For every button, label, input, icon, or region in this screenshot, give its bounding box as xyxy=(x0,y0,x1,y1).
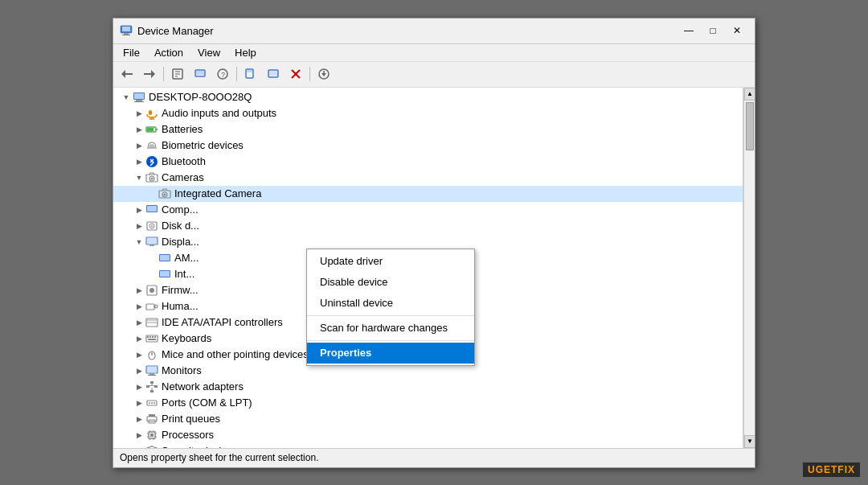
display-icon xyxy=(145,236,158,249)
svg-rect-68 xyxy=(154,336,156,338)
svg-rect-93 xyxy=(150,434,154,437)
tree-item-network[interactable]: ▶ Network adapters xyxy=(113,379,743,395)
close-button[interactable]: ✕ xyxy=(726,22,748,39)
tree-item-security[interactable]: ▶ Security devices xyxy=(113,443,743,448)
computer-button[interactable] xyxy=(190,64,211,84)
am-expander: ▶ xyxy=(145,252,158,265)
svg-point-57 xyxy=(149,288,154,293)
window-title: Device Manager xyxy=(137,25,214,37)
tree-panel[interactable]: ▼ DESKTOP-8OOO28Q ▶ xyxy=(113,88,743,448)
svg-rect-66 xyxy=(149,336,151,338)
root-expander[interactable]: ▼ xyxy=(120,91,133,104)
svg-marker-6 xyxy=(151,70,155,78)
security-icon xyxy=(145,445,158,448)
tree-root[interactable]: ▼ DESKTOP-8OOO28Q xyxy=(113,89,743,105)
context-update-driver[interactable]: Update driver xyxy=(307,251,474,272)
delete-button[interactable] xyxy=(285,64,306,84)
cameras-expander[interactable]: ▼ xyxy=(133,171,145,184)
title-bar-controls: — □ ✕ xyxy=(678,22,748,39)
svg-rect-63 xyxy=(147,322,157,323)
print-expander[interactable]: ▶ xyxy=(133,413,145,425)
tree-item-ports[interactable]: ▶ Ports (COM & LPT) xyxy=(113,395,743,411)
menu-view[interactable]: View xyxy=(191,45,227,60)
download-button[interactable] xyxy=(313,64,334,84)
context-uninstall-device[interactable]: Uninstall device xyxy=(307,293,474,314)
human-expander[interactable]: ▶ xyxy=(133,300,145,313)
forward-button[interactable] xyxy=(139,64,160,84)
scrollbar[interactable]: ▲ ▼ xyxy=(743,88,755,448)
network-icon xyxy=(145,380,158,393)
context-scan-hardware[interactable]: Scan for hardware changes xyxy=(307,318,474,339)
security-expander[interactable]: ▶ xyxy=(133,445,145,448)
svg-rect-53 xyxy=(160,255,170,261)
batteries-label: Batteries xyxy=(162,123,203,135)
processors-expander[interactable]: ▶ xyxy=(133,429,145,442)
mice-expander[interactable]: ▶ xyxy=(133,348,145,361)
properties-button[interactable] xyxy=(167,64,188,84)
scroll-up-button[interactable]: ▲ xyxy=(744,88,755,101)
monitors-expander[interactable]: ▶ xyxy=(133,364,145,377)
display-expander[interactable]: ▼ xyxy=(133,236,145,249)
toolbar-sep-3 xyxy=(309,67,310,81)
svg-rect-91 xyxy=(149,414,155,417)
tree-item-disk[interactable]: ▶ Disk d... xyxy=(113,218,743,234)
menu-action[interactable]: Action xyxy=(148,45,190,60)
watermark-prefix: UGE xyxy=(808,464,831,475)
comp-icon xyxy=(145,203,158,216)
svg-rect-1 xyxy=(122,27,130,31)
svg-rect-77 xyxy=(150,381,154,384)
menu-file[interactable]: File xyxy=(117,45,146,60)
tree-item-comp[interactable]: ▶ Comp... xyxy=(113,202,743,218)
scroll-track[interactable] xyxy=(744,101,755,435)
bluetooth-expander[interactable]: ▶ xyxy=(133,155,145,168)
context-disable-device[interactable]: Disable device xyxy=(307,272,474,293)
menu-help[interactable]: Help xyxy=(228,45,263,60)
context-properties[interactable]: Properties xyxy=(307,343,474,364)
batteries-expander[interactable]: ▶ xyxy=(133,123,145,136)
tree-item-bluetooth[interactable]: ▶ Bluetooth xyxy=(113,154,743,170)
help-button[interactable]: ? xyxy=(212,64,233,84)
ide-label: IDE ATA/ATAPI controllers xyxy=(162,316,283,328)
biometric-expander[interactable]: ▶ xyxy=(133,139,145,152)
tree-item-display[interactable]: ▼ Displa... xyxy=(113,234,743,250)
watermark-suffix: FIX xyxy=(837,464,855,475)
watermark: UGETFIX xyxy=(803,462,860,477)
tree-item-biometric[interactable]: ▶ Biometric devices xyxy=(113,138,743,154)
keyboards-label: Keyboards xyxy=(162,332,211,344)
svg-rect-58 xyxy=(146,304,154,310)
tree-item-integrated-camera[interactable]: ▶ Integrated Camera xyxy=(113,186,743,202)
scan-button[interactable] xyxy=(240,64,261,84)
comp-expander[interactable]: ▶ xyxy=(133,203,145,216)
status-text: Opens property sheet for the current sel… xyxy=(120,452,318,463)
tree-item-print[interactable]: ▶ Print queues xyxy=(113,411,743,427)
svg-marker-4 xyxy=(121,70,125,78)
audio-expander[interactable]: ▶ xyxy=(133,107,145,120)
tree-item-processors[interactable]: ▶ Processors xyxy=(113,427,743,443)
network-label: Network adapters xyxy=(162,380,244,393)
root-label: DESKTOP-8OOO28Q xyxy=(149,91,252,103)
svg-rect-35 xyxy=(147,128,154,131)
svg-rect-27 xyxy=(134,93,144,99)
network-expander[interactable]: ▶ xyxy=(133,380,145,393)
maximize-button[interactable]: □ xyxy=(702,22,724,39)
tree-item-batteries[interactable]: ▶ Batteries xyxy=(113,121,743,138)
display-label: Displa... xyxy=(162,236,199,248)
keyboards-expander[interactable]: ▶ xyxy=(133,332,145,345)
ports-expander[interactable]: ▶ xyxy=(133,397,145,409)
svg-rect-28 xyxy=(136,100,142,101)
title-icon xyxy=(120,24,133,37)
int-label: Int... xyxy=(174,268,194,280)
firmware-expander[interactable]: ▶ xyxy=(133,284,145,297)
minimize-button[interactable]: — xyxy=(678,22,700,39)
tree-item-audio[interactable]: ▶ Audio inputs and outputs xyxy=(113,105,743,121)
display-button[interactable] xyxy=(263,64,284,84)
back-button[interactable] xyxy=(117,64,137,84)
svg-rect-14 xyxy=(198,76,203,77)
scroll-down-button[interactable]: ▼ xyxy=(744,435,755,448)
ide-expander[interactable]: ▶ xyxy=(133,316,145,329)
disk-expander[interactable]: ▶ xyxy=(133,220,145,232)
monitors-label: Monitors xyxy=(162,364,202,376)
tree-item-cameras[interactable]: ▼ Cameras xyxy=(113,170,743,186)
scroll-thumb[interactable] xyxy=(746,102,754,150)
toolbar-sep-1 xyxy=(163,67,164,81)
